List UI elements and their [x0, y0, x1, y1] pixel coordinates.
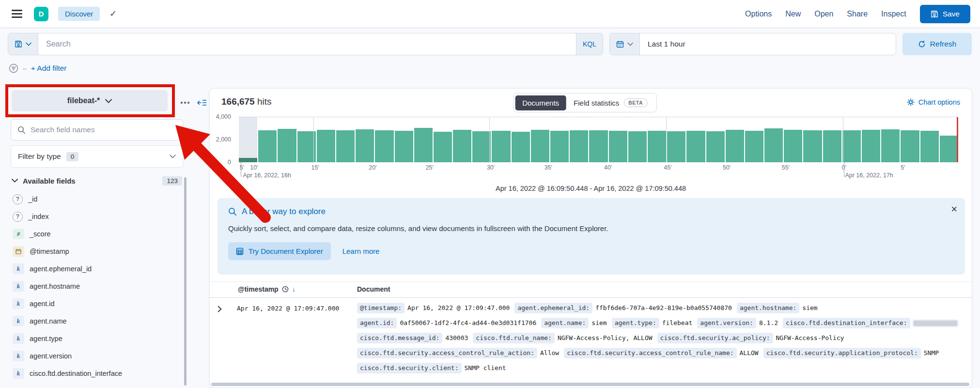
- field-item-@timestamp[interactable]: @timestamp: [13, 246, 181, 257]
- add-filter-button[interactable]: + Add filter: [31, 64, 67, 73]
- histogram-bar: [823, 117, 841, 162]
- doc-field-key: agent.version:: [697, 318, 756, 328]
- topnav-open[interactable]: Open: [814, 10, 833, 18]
- histogram-plot[interactable]: [239, 117, 958, 162]
- date-quick-menu[interactable]: [610, 33, 640, 55]
- discover-page: D Discover ✓ OptionsNewOpenShareInspect …: [0, 0, 980, 388]
- field-item-agent.ephemeral_id[interactable]: kagent.ephemeral_id: [13, 264, 181, 274]
- topnav-new[interactable]: New: [785, 10, 801, 18]
- keyword-field-icon: k: [13, 281, 24, 292]
- field-item-_id[interactable]: ?_id: [13, 194, 181, 204]
- field-name: @timestamp: [30, 248, 69, 255]
- histogram-bar: [648, 117, 666, 162]
- query-language-button[interactable]: KQL: [576, 33, 603, 55]
- histogram-bar: [628, 117, 647, 162]
- doc-field-key: cisco.ftd.security.access_control_rule_a…: [357, 348, 537, 358]
- filter-by-type[interactable]: Filter by type 0: [11, 145, 183, 168]
- field-item-agent.version[interactable]: kagent.version: [13, 351, 181, 361]
- field-item-_index[interactable]: ?_index: [13, 211, 181, 222]
- close-icon[interactable]: ×: [951, 204, 957, 215]
- save-button[interactable]: Save: [920, 5, 970, 23]
- doc-field: agent.type:filebeat: [612, 318, 693, 328]
- index-options-icon[interactable]: [179, 100, 191, 105]
- field-name: agent.ephemeral_id: [30, 265, 92, 273]
- unknown-field-icon: ?: [13, 194, 23, 204]
- field-item-_score[interactable]: #_score: [13, 229, 181, 239]
- saved-query-icon: [15, 40, 22, 48]
- doc-field-value: Apr 16, 2022 @ 17:09:47.000: [407, 303, 510, 313]
- sidebar-scrollbar[interactable]: [184, 177, 187, 386]
- x-tick-label: 5': [240, 164, 244, 171]
- horizontal-scrollbar[interactable]: [211, 383, 969, 386]
- doc-field-key: cisco.ftd.security.application_protocol:: [763, 348, 921, 358]
- doc-field: cisco.ftd.security.access_control_rule_a…: [357, 348, 559, 358]
- x-tick-label: 35': [544, 164, 552, 171]
- index-pattern-selector[interactable]: filebeat-*: [12, 90, 168, 111]
- topnav-share[interactable]: Share: [847, 10, 868, 18]
- column-timestamp[interactable]: @timestamp ↓: [238, 285, 296, 293]
- menu-icon[interactable]: [10, 8, 24, 20]
- field-search-box: [11, 119, 183, 140]
- search-box: KQL: [8, 33, 603, 55]
- keyword-field-icon: k: [13, 264, 24, 274]
- field-item-agent.id[interactable]: kagent.id: [13, 298, 181, 309]
- tab-field-statistics[interactable]: Field statistics BETA: [566, 95, 655, 110]
- topnav-options[interactable]: Options: [745, 10, 772, 18]
- doc-field-key: agent.type:: [612, 318, 659, 328]
- try-document-explorer-button[interactable]: Try Document Explorer: [228, 242, 331, 260]
- x-axis-context-labels: Apr 16, 2022, 16hApr 16, 2022, 17h: [239, 172, 958, 180]
- doc-field-value: NGFW-Access-Policy: [776, 333, 844, 343]
- time-range-value[interactable]: Last 1 hour: [640, 33, 693, 55]
- histogram-bar: [453, 117, 471, 162]
- expand-row-icon[interactable]: [218, 306, 222, 312]
- doc-field-redacted-value: [913, 320, 958, 326]
- field-item-agent.name[interactable]: kagent.name: [13, 316, 181, 326]
- sort-desc-icon[interactable]: ↓: [292, 285, 296, 293]
- field-item-agent.type[interactable]: kagent.type: [13, 333, 181, 344]
- y-tick-label: 4,000: [216, 113, 231, 120]
- doc-field-value: SNMP: [924, 348, 939, 358]
- filter-menu-icon[interactable]: [9, 63, 18, 73]
- app-logo[interactable]: D: [34, 7, 48, 21]
- histogram-bar: [356, 117, 374, 162]
- refresh-icon: [918, 40, 926, 48]
- chart-options-button[interactable]: Chart options: [907, 98, 960, 106]
- doc-field-value: NGFW-Access-Policy, ALLOW: [558, 333, 653, 343]
- doc-field-key: agent.hostname:: [737, 303, 799, 313]
- histogram-bar: [570, 117, 588, 162]
- doc-field: agent.ephemeral_id:ffbf6de6-707a-4e92-81…: [514, 303, 731, 313]
- histogram-bar: [686, 117, 705, 162]
- vertical-gridline: [489, 117, 490, 162]
- keyword-field-icon: k: [13, 316, 24, 326]
- tab-documents[interactable]: Documents: [515, 95, 566, 110]
- field-item-cisco.ftd.destination_interface[interactable]: kcisco.ftd.destination_interface: [13, 368, 181, 379]
- x-tick-label: 5': [901, 164, 905, 171]
- x-tick-label: 20': [369, 164, 376, 171]
- search-icon: [228, 207, 237, 216]
- refresh-button[interactable]: Refresh: [902, 33, 972, 55]
- histogram-bar: [784, 117, 802, 162]
- field-search-input[interactable]: [26, 125, 183, 134]
- doc-field-key: agent.name:: [541, 318, 589, 328]
- topnav-inspect[interactable]: Inspect: [881, 10, 906, 18]
- query-bar: KQL Last 1 hour Refresh: [8, 33, 972, 55]
- search-input[interactable]: [38, 33, 576, 55]
- doc-field: @timestamp:Apr 16, 2022 @ 17:09:47.000: [357, 303, 510, 313]
- histogram-bar: [764, 117, 783, 162]
- collapse-sidebar-icon[interactable]: [197, 99, 207, 107]
- doc-field: agent.id:0af50067-1df2-4fc4-ad44-0e3d031…: [357, 318, 536, 328]
- field-item-agent.hostname[interactable]: kagent.hostname: [13, 281, 181, 292]
- breadcrumb-discover[interactable]: Discover: [58, 7, 100, 21]
- histogram-bar: [842, 117, 861, 162]
- beta-badge: BETA: [623, 98, 648, 107]
- row-timestamp: Apr 16, 2022 @ 17:09:47.000: [237, 305, 339, 312]
- histogram-bar: [940, 117, 958, 162]
- chevron-down-icon[interactable]: [12, 179, 18, 183]
- hits-count: 166,675 hits: [221, 96, 272, 107]
- chevron-down-icon: [170, 155, 176, 158]
- learn-more-link[interactable]: Learn more: [342, 247, 380, 255]
- sidebar-actions: [179, 99, 207, 107]
- doc-field-value: 8.1.2: [759, 318, 778, 328]
- saved-query-menu[interactable]: [8, 33, 38, 55]
- keyword-field-icon: k: [13, 351, 24, 361]
